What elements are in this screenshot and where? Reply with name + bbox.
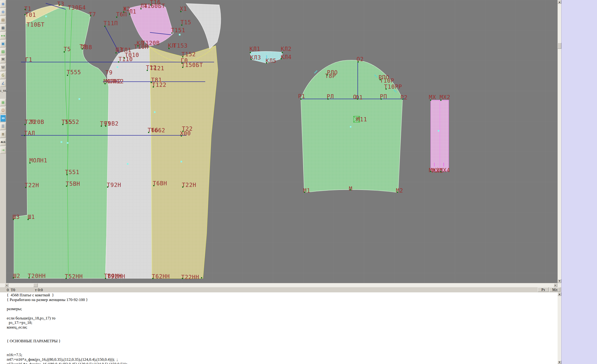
alg-icon[interactable]: ALG [0,139,6,146]
zoom-in-icon[interactable]: ⊕ [0,0,6,8]
code-editor-panel[interactable]: { 4568 Платье с кокеткой } { Разработано… [0,292,558,364]
export-icon[interactable]: → [0,147,6,154]
code-text[interactable]: { 4568 Платье с кокеткой } { Разработано… [7,293,127,364]
sleeve-piece[interactable] [301,60,402,192]
vertical-scroll-thumb[interactable] [558,43,561,49]
scroll-left-arrow[interactable]: ◄ [5,283,8,287]
canvas-horizontal-scrollbar[interactable]: ◄ ► [0,283,561,287]
canvas-vertical-scrollbar[interactable]: ▲ ▼ [558,0,561,283]
right-panel [561,0,597,364]
ruler-icon[interactable]: ∠ [0,80,6,87]
editor-vertical-scrollbar[interactable]: ▲ ▼ [558,292,561,364]
status-button-Рз[interactable]: Рз [538,287,549,292]
horizontal-scroll-thumb[interactable] [33,283,38,287]
notepad-icon[interactable]: ▤ [0,48,6,55]
application-window: Т1Т01Т10БТТ3Т30Б4Т7Т5Т8Т88Т555Т9Ш3ТЛ1Т10… [0,0,597,364]
pattern-m-icon[interactable]: M [0,56,6,63]
link-points-icon[interactable]: o–o [0,32,6,39]
belt-notch-1 [434,163,435,166]
scroll-up-arrow[interactable]: ▲ [558,0,561,4]
collar-notch [266,55,267,60]
side-panel-piece[interactable] [105,48,152,278]
list-icon[interactable]: ☰ [0,123,6,130]
drafting-w-icon[interactable]: W [0,64,6,71]
pattern-g-icon[interactable]: G [0,72,6,79]
grid-icon[interactable]: ▦ [0,24,6,31]
i66-label: i_66. [0,89,6,92]
zoom-out-icon[interactable]: ⊖ [0,8,6,16]
status-coordinates: т 0:0 [35,288,43,292]
scroll-right-arrow[interactable]: ► [554,283,557,287]
belt-notch-2 [443,163,444,166]
table-icon[interactable]: ⊞ [0,99,6,106]
books-icon[interactable]: ≣ [0,131,6,138]
status-count: 0 [7,288,9,292]
3d-icon[interactable]: 3D [0,115,6,122]
drawing-canvas[interactable] [6,0,558,283]
toolbar: ⊕⊖▤▦o–o▣▤MWG∠i_66.⊞☺3D☰≣ALG→ [0,0,6,283]
scroll-down-arrow[interactable]: ▼ [558,279,561,283]
portrait-icon[interactable]: ☺ [0,107,6,114]
scroll-down-arrow[interactable]: ▼ [558,361,561,364]
status-bar: 0 Т0 т 0:0 РзМл [0,287,561,292]
status-point-name: Т0 [11,288,15,292]
status-button-Мл[interactable]: Мл [550,287,560,292]
scroll-up-arrow[interactable]: ▲ [558,292,561,296]
image-icon[interactable]: ▣ [0,40,6,47]
pattern-map-icon[interactable]: ▤ [0,16,6,23]
